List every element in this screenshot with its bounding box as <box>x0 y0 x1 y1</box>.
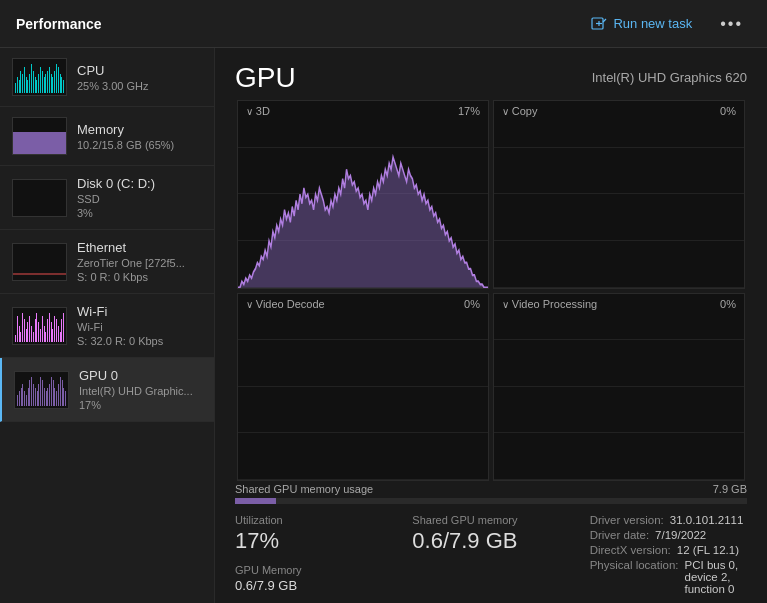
sidebar-item-memory[interactable]: Memory 10.2/15.8 GB (65%) <box>0 107 214 166</box>
page-title: Performance <box>16 16 102 32</box>
cpu-sub: 25% 3.00 GHz <box>77 80 202 92</box>
physical-location-label: Physical location: <box>590 559 679 595</box>
gpu-memory-label: GPU Memory <box>235 564 392 576</box>
run-task-icon <box>591 16 607 32</box>
chart-copy: Copy 0% <box>493 100 745 289</box>
chart-videoprocessing-pct: 0% <box>720 298 736 310</box>
chart-videodecode-pct: 0% <box>464 298 480 310</box>
driver-date-value: 7/19/2022 <box>655 529 706 541</box>
chart-videoprocessing-label: Video Processing <box>502 298 597 310</box>
wifi-sub2: S: 32.0 R: 0 Kbps <box>77 335 202 347</box>
header-actions: Run new task ••• <box>583 11 751 37</box>
run-new-task-button[interactable]: Run new task <box>583 12 700 36</box>
stats-grid: Utilization 17% GPU Memory 0.6/7.9 GB Sh… <box>235 514 747 595</box>
sidebar: CPU 25% 3.00 GHz Memory 10.2/15.8 GB (65… <box>0 48 215 603</box>
more-button[interactable]: ••• <box>712 11 751 37</box>
driver-version-row: Driver version: 31.0.101.2111 <box>590 514 747 526</box>
main-layout: CPU 25% 3.00 GHz Memory 10.2/15.8 GB (65… <box>0 48 767 603</box>
disk-label: Disk 0 (C: D:) <box>77 176 202 191</box>
sidebar-item-gpu[interactable]: GPU 0 Intel(R) UHD Graphic... 17% <box>0 358 214 422</box>
content-panel: GPU Intel(R) UHD Graphics 620 3D 17% <box>215 48 767 603</box>
chart-video-processing: Video Processing 0% <box>493 293 745 482</box>
shared-mem-bar-header: Shared GPU memory usage 7.9 GB <box>235 483 747 495</box>
gpu-memory-value: 0.6/7.9 GB <box>235 578 392 593</box>
disk-sub1: SSD <box>77 193 202 205</box>
driver-version-label: Driver version: <box>590 514 664 526</box>
physical-location-row: Physical location: PCI bus 0, device 2, … <box>590 559 747 595</box>
ethernet-mini-chart <box>12 243 67 281</box>
stat-driver-info: Driver version: 31.0.101.2111 Driver dat… <box>590 514 747 595</box>
shared-mem-label: Shared GPU memory usage <box>235 483 373 495</box>
shared-gpu-memory-value: 0.6/7.9 GB <box>412 528 569 554</box>
chart-3d-label: 3D <box>246 105 270 117</box>
svg-marker-4 <box>238 157 488 288</box>
ethernet-chart-svg <box>13 244 67 281</box>
chart-3d: 3D 17% <box>237 100 489 289</box>
chart-copy-label: Copy <box>502 105 537 117</box>
chart-videodecode-label: Video Decode <box>246 298 325 310</box>
shared-mem-bar <box>235 498 747 504</box>
ethernet-label: Ethernet <box>77 240 202 255</box>
chart-3d-pct: 17% <box>458 105 480 117</box>
gpu-sub1: Intel(R) UHD Graphic... <box>79 385 202 397</box>
memory-mini-chart <box>12 117 67 155</box>
gpu-label: GPU 0 <box>79 368 202 383</box>
shared-mem-bar-fill <box>235 498 276 504</box>
wifi-sub1: Wi-Fi <box>77 321 202 333</box>
memory-sub: 10.2/15.8 GB (65%) <box>77 139 202 151</box>
gpu-panel-title: GPU <box>235 62 296 94</box>
bottom-section: Shared GPU memory usage 7.9 GB Utilizati… <box>215 483 767 603</box>
cpu-label: CPU <box>77 63 202 78</box>
gpu-header: GPU Intel(R) UHD Graphics 620 <box>215 48 767 98</box>
gpu-mini-chart <box>14 371 69 409</box>
directx-row: DirectX version: 12 (FL 12.1) <box>590 544 747 556</box>
ethernet-sub1: ZeroTier One [272f5... <box>77 257 202 269</box>
charts-grid: 3D 17% Copy 0% <box>215 98 767 483</box>
directx-value: 12 (FL 12.1) <box>677 544 739 556</box>
utilization-value: 17% <box>235 528 392 554</box>
sidebar-item-ethernet[interactable]: Ethernet ZeroTier One [272f5... S: 0 R: … <box>0 230 214 294</box>
driver-version-value: 31.0.101.2111 <box>670 514 744 526</box>
chart-3d-svg <box>238 101 488 288</box>
disk-sub2: 3% <box>77 207 202 219</box>
physical-location-value: PCI bus 0, device 2, function 0 <box>685 559 747 595</box>
sidebar-item-wifi[interactable]: Wi-Fi Wi-Fi S: 32.0 R: 0 Kbps <box>0 294 214 358</box>
chart-copy-pct: 0% <box>720 105 736 117</box>
directx-label: DirectX version: <box>590 544 671 556</box>
disk-mini-chart <box>12 179 67 217</box>
wifi-label: Wi-Fi <box>77 304 202 319</box>
utilization-label: Utilization <box>235 514 392 526</box>
gpu-model-name: Intel(R) UHD Graphics 620 <box>592 70 747 85</box>
sidebar-item-disk[interactable]: Disk 0 (C: D:) SSD 3% <box>0 166 214 230</box>
gpu-sub2: 17% <box>79 399 202 411</box>
stat-shared-gpu-memory: Shared GPU memory 0.6/7.9 GB <box>412 514 569 595</box>
ethernet-sub2: S: 0 R: 0 Kbps <box>77 271 202 283</box>
driver-date-row: Driver date: 7/19/2022 <box>590 529 747 541</box>
shared-gpu-memory-label: Shared GPU memory <box>412 514 569 526</box>
header: Performance Run new task ••• <box>0 0 767 48</box>
memory-label: Memory <box>77 122 202 137</box>
stat-utilization: Utilization 17% GPU Memory 0.6/7.9 GB <box>235 514 392 595</box>
driver-date-label: Driver date: <box>590 529 649 541</box>
run-new-task-label: Run new task <box>613 16 692 31</box>
wifi-mini-chart <box>12 307 67 345</box>
sidebar-item-cpu[interactable]: CPU 25% 3.00 GHz <box>0 48 214 107</box>
shared-mem-value: 7.9 GB <box>713 483 747 495</box>
cpu-mini-chart <box>12 58 67 96</box>
chart-video-decode: Video Decode 0% <box>237 293 489 482</box>
